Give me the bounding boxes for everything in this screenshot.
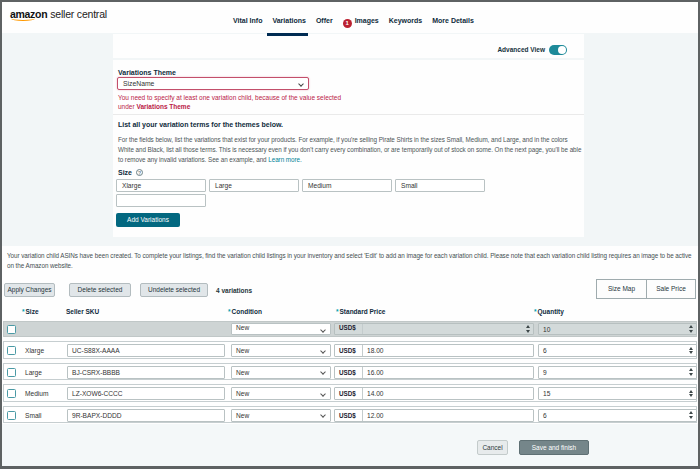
row-size-label: Large bbox=[25, 369, 42, 376]
size-input-empty[interactable] bbox=[116, 194, 206, 207]
tab-images-label: Images bbox=[355, 17, 379, 24]
variation-count: 4 variations bbox=[216, 287, 252, 294]
theme-error-line2: under Variations Theme bbox=[118, 103, 190, 110]
row-quantity-field[interactable]: 6 bbox=[538, 344, 697, 357]
advanced-view-toggle[interactable] bbox=[549, 45, 567, 55]
row-quantity-field[interactable]: 6 bbox=[538, 409, 697, 422]
section-divider bbox=[113, 114, 584, 115]
row-size-label: Xlarge bbox=[25, 347, 44, 354]
size-label: Size bbox=[118, 169, 132, 176]
row-checkbox[interactable] bbox=[7, 411, 16, 420]
tab-keywords[interactable]: Keywords bbox=[384, 2, 427, 33]
row-price-field[interactable]: USD$16.00 bbox=[334, 366, 534, 379]
row-price-field[interactable]: USD$18.00 bbox=[334, 344, 534, 357]
bulk-price-stepper[interactable] bbox=[526, 324, 530, 334]
row-checkbox[interactable] bbox=[7, 368, 16, 377]
row-sku-input[interactable]: BJ-CSRX-BBBB bbox=[67, 366, 225, 379]
amazon-smile-icon bbox=[11, 16, 35, 21]
bulk-condition-select[interactable]: New⌄ bbox=[231, 323, 331, 335]
learn-more-link[interactable]: Learn more. bbox=[268, 156, 301, 163]
row-condition-select[interactable]: New⌄ bbox=[231, 344, 331, 357]
row-quantity-stepper[interactable] bbox=[689, 410, 693, 421]
size-input-2[interactable]: Large bbox=[209, 179, 299, 192]
variation-row-xlarge: Xlarge UC-S88X-AAAA New⌄ USD$18.00 6 bbox=[3, 341, 697, 359]
sale-price-button[interactable]: Sale Price bbox=[646, 279, 696, 299]
row-quantity-stepper[interactable] bbox=[689, 388, 693, 399]
tab-offer[interactable]: Offer bbox=[311, 2, 338, 33]
tab-vital-info[interactable]: Vital Info bbox=[228, 2, 267, 33]
footer-bar: Cancel Save and finish bbox=[2, 424, 698, 466]
table-header: *Size Seller SKU *Condition *Standard Pr… bbox=[2, 308, 698, 320]
col-quantity: *Quantity bbox=[534, 308, 564, 315]
size-label-row: Size? bbox=[118, 169, 143, 176]
row-checkbox[interactable] bbox=[7, 346, 16, 355]
variations-list-section: Your variation child ASINs have been cre… bbox=[2, 246, 698, 426]
row-size-label: Small bbox=[25, 412, 42, 419]
size-inputs: Xlarge Large Medium Small bbox=[116, 179, 485, 192]
size-map-button[interactable]: Size Map bbox=[596, 279, 646, 299]
page: amazon seller central Vital Info Variati… bbox=[0, 0, 700, 469]
variations-theme-label: Variations Theme bbox=[118, 69, 176, 76]
row-condition-select[interactable]: New⌄ bbox=[231, 366, 331, 379]
advanced-view-bar: Advanced View bbox=[113, 34, 584, 58]
row-quantity-field[interactable]: 15 bbox=[538, 387, 697, 400]
variation-row-large: Large BJ-CSRX-BBBB New⌄ USD$16.00 9 bbox=[3, 363, 697, 381]
images-error-badge: 1 bbox=[343, 19, 352, 28]
tab-images[interactable]: 1Images bbox=[338, 2, 384, 33]
row-checkbox[interactable] bbox=[7, 389, 16, 398]
variations-theme-value: SizeName bbox=[123, 80, 154, 87]
bulk-edit-row: New⌄ USD$ 10 bbox=[3, 321, 697, 337]
row-size-label: Medium bbox=[25, 390, 48, 397]
header: amazon seller central Vital Info Variati… bbox=[2, 2, 698, 33]
row-price-field[interactable]: USD$14.00 bbox=[334, 387, 534, 400]
theme-error-line1: You need to specify at least one variati… bbox=[118, 94, 341, 101]
row-sku-input[interactable]: LZ-XOW6-CCCC bbox=[67, 387, 225, 400]
terms-title: List all your variation terms for the th… bbox=[118, 121, 283, 128]
variations-card: Variations Theme SizeName⌄ You need to s… bbox=[113, 60, 584, 237]
size-input-3[interactable]: Medium bbox=[302, 179, 392, 192]
tab-variations[interactable]: Variations bbox=[267, 2, 310, 33]
bulk-quantity-stepper[interactable] bbox=[689, 324, 693, 334]
price-toggle-group: Size Map Sale Price bbox=[596, 279, 696, 299]
help-icon[interactable]: ? bbox=[136, 169, 143, 176]
tab-bar: Vital Info Variations Offer 1Images Keyw… bbox=[228, 2, 479, 33]
advanced-view-label: Advanced View bbox=[497, 46, 545, 53]
col-price: *Standard Price bbox=[336, 308, 385, 315]
asin-notice: Your variation child ASINs have been cre… bbox=[7, 251, 696, 270]
row-price-field[interactable]: USD$12.00 bbox=[334, 409, 534, 422]
bulk-price-field[interactable]: USD$ bbox=[334, 323, 534, 335]
cancel-button[interactable]: Cancel bbox=[477, 440, 508, 455]
col-condition: *Condition bbox=[228, 308, 262, 315]
tab-more-details[interactable]: More Details bbox=[427, 2, 479, 33]
active-tab-underline bbox=[267, 33, 308, 36]
size-input-1[interactable]: Xlarge bbox=[116, 179, 206, 192]
row-quantity-stepper[interactable] bbox=[689, 345, 693, 356]
size-input-4[interactable]: Small bbox=[395, 179, 485, 192]
toggle-knob bbox=[558, 46, 566, 54]
save-and-finish-button[interactable]: Save and finish bbox=[519, 440, 589, 455]
undelete-selected-button[interactable]: Undelete selected bbox=[140, 283, 208, 297]
row-condition-select[interactable]: New⌄ bbox=[231, 387, 331, 400]
variations-theme-select[interactable]: SizeName⌄ bbox=[117, 77, 309, 90]
row-sku-input[interactable]: 9R-BAPX-DDDD bbox=[67, 409, 225, 422]
row-sku-input[interactable]: UC-S88X-AAAA bbox=[67, 344, 225, 357]
chevron-down-icon: ⌄ bbox=[298, 81, 304, 87]
delete-selected-button[interactable]: Delete selected bbox=[69, 283, 131, 297]
variation-row-medium: Medium LZ-XOW6-CCCC New⌄ USD$14.00 15 bbox=[3, 384, 697, 402]
col-sku: Seller SKU bbox=[66, 308, 99, 315]
row-quantity-stepper[interactable] bbox=[689, 367, 693, 378]
col-size: *Size bbox=[22, 308, 39, 315]
bulk-checkbox[interactable] bbox=[7, 325, 16, 334]
variation-row-small: Small 9R-BAPX-DDDD New⌄ USD$12.00 6 bbox=[3, 406, 697, 424]
add-variations-button[interactable]: Add Variations bbox=[116, 213, 180, 227]
logo-seller-central: seller central bbox=[50, 8, 107, 20]
apply-changes-button[interactable]: Apply Changes bbox=[4, 283, 55, 297]
terms-description: For the fields below, list the variation… bbox=[118, 135, 584, 164]
toolbar: Apply Changes Delete selected Undelete s… bbox=[4, 281, 696, 301]
row-quantity-field[interactable]: 9 bbox=[538, 366, 697, 379]
bulk-quantity-field[interactable]: 10 bbox=[538, 323, 697, 335]
row-condition-select[interactable]: New⌄ bbox=[231, 409, 331, 422]
